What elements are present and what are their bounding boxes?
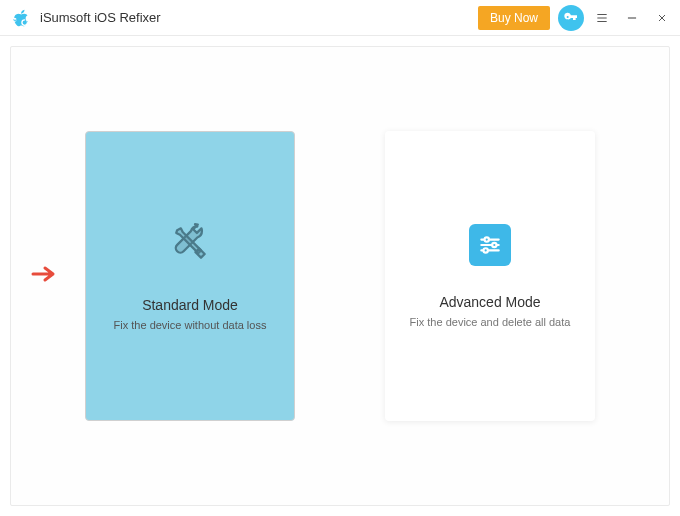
advanced-mode-description: Fix the device and delete all data (398, 316, 583, 328)
minimize-button[interactable] (624, 10, 640, 26)
minimize-icon (625, 11, 639, 25)
arrow-indicator (31, 265, 59, 287)
advanced-mode-title: Advanced Mode (439, 294, 540, 310)
window-controls (594, 10, 670, 26)
titlebar: iSumsoft iOS Refixer Buy Now (0, 0, 680, 36)
app-title: iSumsoft iOS Refixer (40, 10, 161, 25)
svg-point-3 (485, 237, 489, 241)
svg-marker-1 (27, 18, 29, 21)
mode-selection-area: Standard Mode Fix the device without dat… (10, 46, 670, 506)
menu-button[interactable] (594, 10, 610, 26)
app-logo-icon (10, 7, 32, 29)
standard-mode-title: Standard Mode (142, 297, 238, 313)
register-key-button[interactable] (558, 5, 584, 31)
arrow-right-icon (31, 265, 59, 283)
advanced-mode-card[interactable]: Advanced Mode Fix the device and delete … (385, 131, 595, 421)
tools-icon (168, 221, 212, 269)
close-button[interactable] (654, 10, 670, 26)
standard-mode-description: Fix the device without data loss (102, 319, 279, 331)
svg-point-7 (484, 248, 488, 252)
sliders-icon (469, 224, 511, 266)
key-icon (563, 10, 579, 26)
standard-mode-card[interactable]: Standard Mode Fix the device without dat… (85, 131, 295, 421)
close-icon (656, 12, 668, 24)
svg-point-5 (492, 243, 496, 247)
buy-now-button[interactable]: Buy Now (478, 6, 550, 30)
hamburger-icon (595, 11, 609, 25)
